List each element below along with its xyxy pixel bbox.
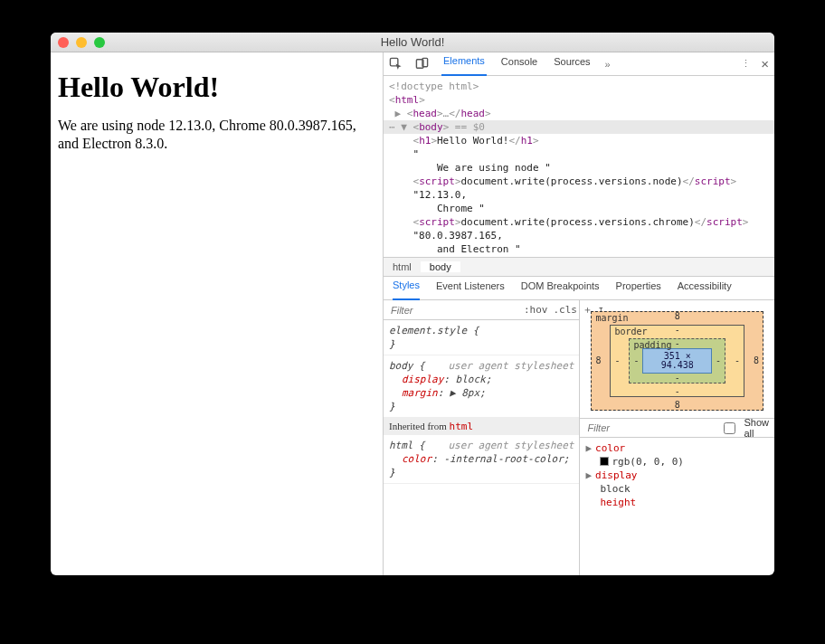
- device-toolbar-icon[interactable]: [415, 57, 429, 71]
- rule-body[interactable]: body {user agent stylesheet display: blo…: [384, 355, 579, 418]
- devtools-more-icon[interactable]: ⋮: [741, 58, 752, 70]
- dom-selected-body[interactable]: ⋯ ▼ <body> == $0: [384, 120, 774, 134]
- traffic-lights: [58, 37, 105, 48]
- app-window: Hello World! Hello World! We are using n…: [51, 33, 774, 575]
- computed-filterbar: Show all: [580, 418, 774, 438]
- show-all-checkbox[interactable]: [724, 422, 735, 434]
- styles-filter-input[interactable]: [389, 304, 518, 317]
- styles-subtabs: Styles Event Listeners DOM Breakpoints P…: [384, 277, 774, 300]
- cls-button[interactable]: .cls: [554, 304, 578, 316]
- inspect-icon[interactable]: [389, 57, 403, 71]
- subtab-accessibility[interactable]: Accessibility: [678, 277, 732, 300]
- rendered-page: Hello World! We are using node 12.13.0, …: [51, 52, 383, 575]
- subtab-styles[interactable]: Styles: [393, 277, 420, 300]
- dom-tree[interactable]: <!doctype html> <html> ▶ <head>…</head> …: [384, 76, 774, 257]
- computed-list[interactable]: ▶color rgb(0, 0, 0) ▶display block heigh…: [580, 438, 774, 513]
- maximize-window-button[interactable]: [94, 37, 105, 48]
- hov-button[interactable]: :hov: [524, 304, 548, 316]
- box-model-content: 351 × 94.438: [642, 348, 712, 374]
- subtab-event-listeners[interactable]: Event Listeners: [436, 277, 505, 300]
- dom-breadcrumbs: html body: [384, 257, 774, 277]
- show-all-label: Show all: [744, 417, 769, 439]
- window-titlebar: Hello World!: [51, 33, 774, 52]
- devtools-tabbar: Elements Console Sources » ⋮ ×: [384, 52, 774, 76]
- more-tabs-icon[interactable]: »: [605, 59, 611, 70]
- styles-filterbar: :hov .cls ＋ ↧: [384, 300, 579, 320]
- page-heading: Hello World!: [58, 71, 375, 104]
- devtools-close-icon[interactable]: ×: [761, 56, 769, 71]
- rule-element-style[interactable]: element.style { }: [384, 320, 579, 355]
- rule-html[interactable]: html {user agent stylesheet color: -inte…: [384, 435, 579, 484]
- color-swatch-icon: [600, 457, 609, 466]
- styles-pane: :hov .cls ＋ ↧ element.style { } body {us…: [384, 300, 580, 575]
- box-model-diagram[interactable]: margin 8 8 8 8 border - - - -: [580, 300, 774, 418]
- computed-filter-input[interactable]: [585, 421, 715, 434]
- crumb-html[interactable]: html: [384, 261, 421, 272]
- page-paragraph: We are using node 12.13.0, Chrome 80.0.3…: [58, 117, 375, 153]
- crumb-body[interactable]: body: [421, 261, 460, 272]
- window-title: Hello World!: [381, 35, 445, 49]
- dom-doctype: <!doctype html>: [389, 80, 479, 92]
- close-window-button[interactable]: [58, 37, 69, 48]
- devtools-panel: Elements Console Sources » ⋮ × <!doctype…: [383, 52, 774, 575]
- minimize-window-button[interactable]: [76, 37, 87, 48]
- subtab-dom-breakpoints[interactable]: DOM Breakpoints: [521, 277, 600, 300]
- tab-elements[interactable]: Elements: [441, 52, 487, 76]
- side-pane: margin 8 8 8 8 border - - - -: [580, 300, 774, 575]
- tab-sources[interactable]: Sources: [552, 52, 592, 76]
- inherited-from-bar: Inherited from html: [384, 418, 579, 435]
- subtab-properties[interactable]: Properties: [616, 277, 661, 300]
- window-content: Hello World! We are using node 12.13.0, …: [51, 52, 774, 575]
- tab-console[interactable]: Console: [499, 52, 539, 76]
